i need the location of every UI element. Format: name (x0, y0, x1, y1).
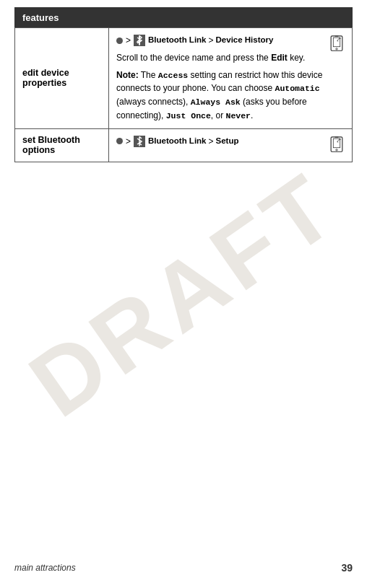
nav-line-1: > Bluetooth Link (116, 34, 324, 47)
body-text-1: Scroll to the device name and press the … (116, 51, 324, 65)
nav-line-2: > (116, 135, 324, 148)
nav-and-icon-2: > (116, 135, 345, 156)
never-word: Never (226, 111, 251, 120)
nav-setup-text: Setup (216, 135, 239, 147)
phone-edit-icon-1 (329, 35, 345, 55)
page-container: DRAFT features edit device properties (0, 0, 367, 588)
footer-label: main attractions (14, 563, 76, 573)
bluetooth-icon-2 (134, 136, 145, 147)
nav-content-2: > (116, 135, 324, 148)
automatic-word: Automatic (275, 84, 320, 93)
table-row: set Bluetooth options > (15, 128, 353, 162)
action-cell-edit: > Bluetooth Link (109, 28, 353, 129)
feature-label-edit: edit device properties (15, 28, 109, 129)
nav-content: > Bluetooth Link (116, 34, 324, 123)
phone-icon-svg-1 (329, 35, 345, 51)
table-header: features (15, 8, 353, 28)
nav-bluetooth-text-2: Bluetooth Link (148, 135, 207, 147)
bluetooth-icon (134, 35, 145, 46)
page-footer: main attractions 39 (0, 562, 367, 574)
just-once-word: Just Once (166, 111, 211, 120)
page-number: 39 (341, 562, 353, 574)
draft-watermark: DRAFT (10, 150, 357, 437)
nav-dest-text: Device History (216, 34, 274, 46)
nav-gt: > (126, 34, 131, 47)
note-label: Note: (116, 70, 139, 80)
action-cell-setup: > (109, 128, 353, 162)
nav-dot-icon (116, 38, 123, 44)
content-area: features edit device properties (0, 0, 367, 162)
nav-bluetooth-text: Bluetooth Link (148, 34, 207, 46)
feature-label-setup: set Bluetooth options (15, 128, 109, 162)
nav-and-icon: > Bluetooth Link (116, 34, 345, 123)
access-word: Access (158, 71, 188, 80)
nav-dot-icon-2 (116, 138, 123, 144)
note-text-1: Note: The Access setting can restrict ho… (116, 69, 324, 123)
nav-gt2: > (209, 34, 214, 47)
table-row: edit device properties > (15, 28, 353, 129)
nav-gt-3: > (126, 135, 131, 148)
always-ask-word: Always Ask (191, 97, 241, 107)
edit-key-label: Edit (271, 53, 288, 63)
phone-edit-icon-2 (329, 136, 345, 156)
features-table: features edit device properties (14, 7, 353, 162)
table-header-row: features (15, 8, 353, 28)
nav-gt-4: > (209, 135, 214, 148)
phone-icon-svg-2 (329, 136, 345, 152)
